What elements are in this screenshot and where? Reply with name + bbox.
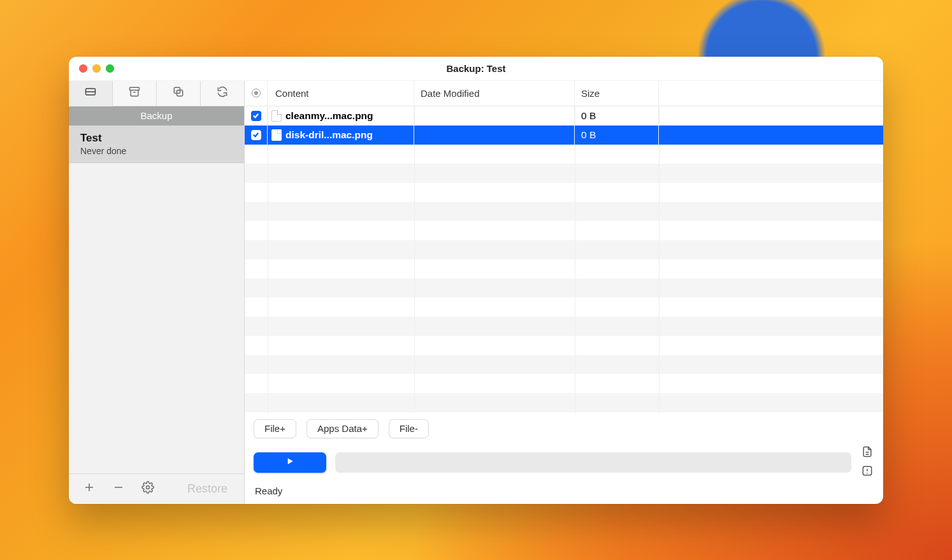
file-add-button[interactable]: File+	[254, 419, 296, 438]
file-name: cleanmy...mac.png	[285, 110, 373, 122]
sync-icon	[216, 85, 229, 101]
column-header-date[interactable]: Date Modified	[414, 81, 575, 106]
svg-marker-10	[288, 458, 293, 464]
file-name: disk-dril...mac.png	[285, 129, 373, 141]
target-icon	[252, 89, 261, 97]
svg-point-9	[147, 486, 150, 489]
window-controls	[69, 64, 114, 73]
alert-icon	[861, 464, 874, 480]
column-header-size[interactable]: Size	[575, 81, 659, 106]
clone-icon	[172, 85, 185, 101]
window-title: Backup: Test	[69, 63, 883, 74]
table-row[interactable]: cleanmy...mac.png 0 B	[245, 106, 883, 126]
add-button[interactable]	[80, 482, 98, 496]
sidebar-footer: Restore	[69, 473, 244, 504]
plus-icon	[83, 482, 95, 496]
restore-button[interactable]: Restore	[182, 480, 233, 498]
sidebar-section-header: Backup	[69, 106, 244, 126]
svg-rect-2	[130, 87, 140, 90]
column-header-content[interactable]: Content	[268, 81, 414, 106]
sidebar-item-name: Test	[80, 132, 233, 145]
run-bar	[245, 438, 883, 483]
zoom-window-button[interactable]	[106, 64, 114, 73]
titlebar: Backup: Test	[69, 57, 883, 81]
svg-point-15	[867, 472, 868, 473]
file-icon	[271, 129, 282, 141]
minimize-window-button[interactable]	[92, 64, 101, 73]
minus-icon	[113, 482, 124, 496]
close-window-button[interactable]	[79, 64, 87, 73]
table-header: Content Date Modified Size	[245, 81, 883, 106]
play-icon	[285, 456, 295, 469]
settings-button[interactable]	[139, 481, 157, 496]
sidebar-tab-sources[interactable]	[69, 81, 113, 106]
drive-icon	[84, 85, 97, 101]
app-window: Backup: Test	[69, 57, 883, 504]
file-remove-button[interactable]: File-	[389, 419, 429, 438]
sidebar-tab-clone[interactable]	[157, 81, 201, 106]
document-icon	[861, 445, 874, 461]
warning-button[interactable]	[860, 465, 874, 479]
column-header-select[interactable]	[245, 81, 268, 106]
file-size: 0 B	[575, 106, 659, 126]
table-body: cleanmy...mac.png 0 B disk-dril...mac.pn…	[245, 106, 883, 413]
sidebar-list: Test Never done	[69, 126, 244, 473]
row-checkbox[interactable]	[251, 130, 261, 140]
action-bar: File+ Apps Data+ File-	[245, 413, 883, 438]
file-date	[414, 106, 575, 126]
sidebar-item-subtitle: Never done	[80, 146, 233, 156]
log-button[interactable]	[860, 446, 874, 460]
file-date	[414, 126, 575, 145]
file-icon	[271, 110, 282, 122]
column-header-spacer	[659, 81, 883, 106]
sidebar-tab-archive[interactable]	[113, 81, 157, 106]
table-row[interactable]: disk-dril...mac.png 0 B	[245, 126, 883, 145]
sidebar-tab-sync[interactable]	[201, 81, 244, 106]
archive-icon	[128, 85, 141, 101]
row-checkbox[interactable]	[251, 111, 261, 121]
sidebar: Backup Test Never done Restore	[69, 81, 245, 504]
file-size: 0 B	[575, 126, 659, 145]
sidebar-tabs	[69, 81, 244, 106]
gear-icon	[141, 481, 154, 496]
status-text: Ready	[245, 483, 883, 504]
run-button[interactable]	[254, 452, 326, 473]
apps-data-add-button[interactable]: Apps Data+	[307, 419, 379, 438]
remove-button[interactable]	[110, 482, 127, 496]
main-panel: Content Date Modified Size cleanmy...mac…	[245, 81, 883, 504]
sidebar-item-test[interactable]: Test Never done	[69, 126, 244, 163]
progress-bar	[335, 452, 851, 473]
